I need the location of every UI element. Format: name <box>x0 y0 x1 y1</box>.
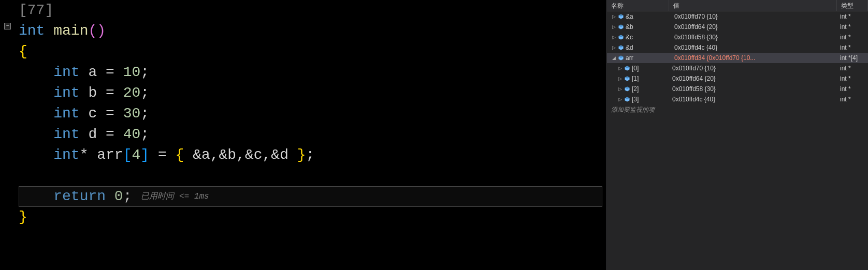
code-token: 10 <box>123 64 141 80</box>
expand-arrow-icon[interactable]: ▷ <box>617 97 623 102</box>
expand-arrow-icon[interactable]: ▷ <box>611 35 616 40</box>
code-token: ; <box>140 106 149 122</box>
code-line[interactable]: return 0;已用时间 <= 1ms <box>19 186 602 207</box>
variable-icon <box>624 65 630 71</box>
watch-row[interactable]: ▷&a0x010ffd70 {10}int * <box>607 11 868 22</box>
watch-cell-type: int * <box>837 96 868 103</box>
code-token: } <box>297 147 306 163</box>
expand-arrow-icon[interactable]: ▷ <box>611 45 616 50</box>
code-token <box>19 85 53 101</box>
code-token: 0 <box>114 188 123 204</box>
code-line[interactable]: int c = 30; <box>19 103 602 124</box>
watch-cell-name: ▷&a <box>609 13 671 20</box>
code-line[interactable]: int main() <box>19 21 602 41</box>
watch-var-name: arr <box>626 54 633 62</box>
code-token: { <box>19 43 27 59</box>
fold-toggle-icon[interactable]: − <box>4 23 11 29</box>
watch-add-item[interactable]: 添加要监视的项 <box>607 104 868 115</box>
code-token: int <box>53 126 79 142</box>
code-editor-pane[interactable]: − [77] int main(){ int a = 10; int b = 2… <box>0 0 606 270</box>
watch-cell-name: ◢arr <box>609 54 671 62</box>
watch-cell-value: 0x010ffd64 {20} <box>671 23 837 31</box>
code-line[interactable] <box>19 166 602 186</box>
code-token: int <box>53 147 79 163</box>
code-token: main <box>53 23 88 39</box>
watch-cell-type: int * <box>837 34 868 41</box>
code-line[interactable]: { <box>19 41 602 62</box>
expand-arrow-icon[interactable]: ▷ <box>617 76 623 81</box>
code-token <box>19 126 53 142</box>
code-token: d = <box>88 126 123 142</box>
watch-cell-value: 0x010ffd4c {40} <box>669 96 837 103</box>
variable-icon <box>618 24 624 30</box>
variable-icon <box>618 13 624 20</box>
code-token: 30 <box>123 106 141 122</box>
code-token: ; <box>306 147 315 163</box>
watch-cell-name: ▷&c <box>609 34 671 41</box>
code-token: a = <box>88 64 123 80</box>
code-token <box>45 23 53 39</box>
watch-var-name: &c <box>626 34 633 41</box>
expand-arrow-icon[interactable]: ▷ <box>617 86 623 92</box>
expand-arrow-icon[interactable]: ▷ <box>611 24 616 29</box>
expand-arrow-icon[interactable]: ▷ <box>617 66 623 71</box>
watch-header-value[interactable]: 值 <box>669 0 837 11</box>
code-token: } <box>19 209 27 225</box>
code-token: int <box>53 106 79 122</box>
watch-cell-value: 0x010ffd64 {20} <box>669 75 837 82</box>
code-token: 40 <box>123 126 141 142</box>
watch-row[interactable]: ◢arr0x010ffd34 {0x010ffd70 {10...int *[4… <box>607 53 868 63</box>
code-token <box>19 64 53 80</box>
watch-row[interactable]: ▷[3]0x010ffd4c {40}int * <box>607 94 868 104</box>
watch-cell-name: ▷[2] <box>607 85 669 93</box>
code-area[interactable]: [77] int main(){ int a = 10; int b = 20;… <box>15 0 606 270</box>
watch-cell-name: ▷[1] <box>607 75 669 82</box>
code-token: return <box>53 188 106 204</box>
watch-header-row: 名称 值 类型 <box>607 0 868 11</box>
code-token: ; <box>140 85 149 101</box>
watch-cell-name: ▷&d <box>609 44 671 51</box>
watch-cell-name: ▷[0] <box>607 65 669 72</box>
code-token: = <box>149 147 175 163</box>
watch-cell-name: ▷&b <box>609 23 671 31</box>
code-token: { <box>176 147 193 163</box>
code-token <box>80 126 89 142</box>
watch-cell-type: int *[4] <box>837 54 868 62</box>
code-token: 20 <box>123 85 141 101</box>
watch-row[interactable]: ▷&d0x010ffd4c {40}int * <box>607 42 868 53</box>
code-line[interactable]: int* arr[4] = { &a,&b,&c,&d }; <box>19 145 602 166</box>
code-token: * <box>80 147 97 163</box>
code-token: ; <box>140 126 149 142</box>
collapse-arrow-icon[interactable]: ◢ <box>611 55 616 61</box>
variable-icon <box>618 44 624 51</box>
watch-var-name: [0] <box>632 65 639 72</box>
watch-cell-type: int * <box>837 75 868 82</box>
watch-cell-type: int * <box>837 13 868 20</box>
watch-panel: 名称 值 类型 ▷&a0x010ffd70 {10}int *▷&b0x010f… <box>606 0 868 270</box>
watch-header-name[interactable]: 名称 <box>607 0 669 11</box>
code-token <box>19 147 53 163</box>
watch-cell-type: int * <box>837 23 868 31</box>
code-token <box>80 64 89 80</box>
code-token <box>80 106 89 122</box>
watch-header-type[interactable]: 类型 <box>837 0 868 11</box>
code-token: ; <box>123 188 132 204</box>
watch-var-name: [2] <box>632 85 639 93</box>
code-token: &a,&b,&c,&d <box>193 147 297 163</box>
watch-cell-type: int * <box>837 44 868 51</box>
code-line[interactable]: int a = 10; <box>19 62 602 83</box>
watch-row[interactable]: ▷[0]0x010ffd70 {10}int * <box>607 63 868 73</box>
watch-row[interactable]: ▷&b0x010ffd64 {20}int * <box>607 22 868 32</box>
code-line[interactable]: int d = 40; <box>19 124 602 145</box>
watch-row[interactable]: ▷[1]0x010ffd64 {20}int * <box>607 73 868 84</box>
code-token: int <box>19 23 45 39</box>
code-token: int <box>53 64 79 80</box>
code-line[interactable]: int b = 20; <box>19 83 602 103</box>
code-token <box>19 188 53 204</box>
watch-row[interactable]: ▷&c0x010ffd58 {30}int * <box>607 32 868 42</box>
expand-arrow-icon[interactable]: ▷ <box>611 14 616 19</box>
code-line[interactable]: } <box>19 207 602 228</box>
code-token: arr <box>97 147 123 163</box>
watch-row[interactable]: ▷[2]0x010ffd58 {30}int * <box>607 84 868 94</box>
code-token: [ <box>123 147 132 163</box>
